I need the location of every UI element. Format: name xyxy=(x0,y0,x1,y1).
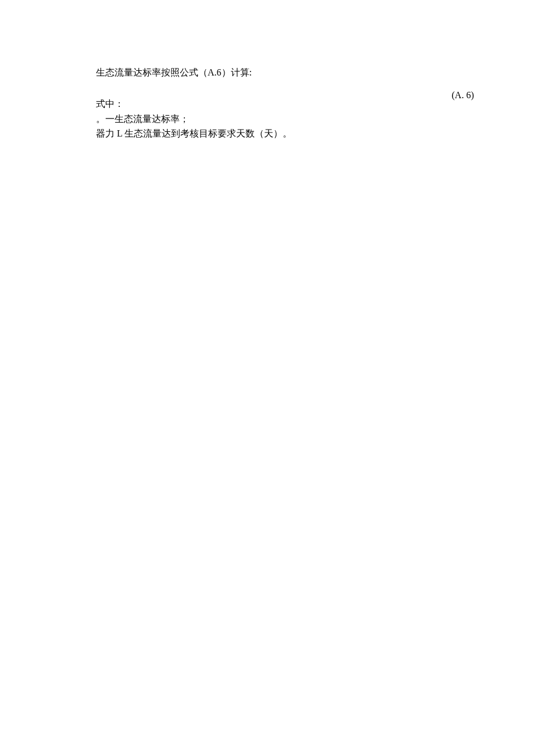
text-line-2: 式中： xyxy=(96,96,477,112)
document-content: 生态流量达标率按照公式（A.6）计算: (A. 6) 式中： 。一生态流量达标率… xyxy=(0,0,535,141)
formula-intro-text: 生态流量达标率按照公式（A.6）计算: xyxy=(96,67,477,79)
equation-number-label: (A. 6) xyxy=(452,90,474,101)
equation-label-text: (A. 6) xyxy=(452,90,474,100)
text-line-1: 生态流量达标率按照公式（A.6）计算: xyxy=(96,67,252,77)
definition-paragraph: 式中： 。一生态流量达标率； 器力 L 生态流量达到考核目标要求天数（天）。 xyxy=(96,96,477,141)
text-line-4: 器力 L 生态流量达到考核目标要求天数（天）。 xyxy=(96,126,477,141)
text-line-3: 。一生态流量达标率； xyxy=(96,112,477,127)
